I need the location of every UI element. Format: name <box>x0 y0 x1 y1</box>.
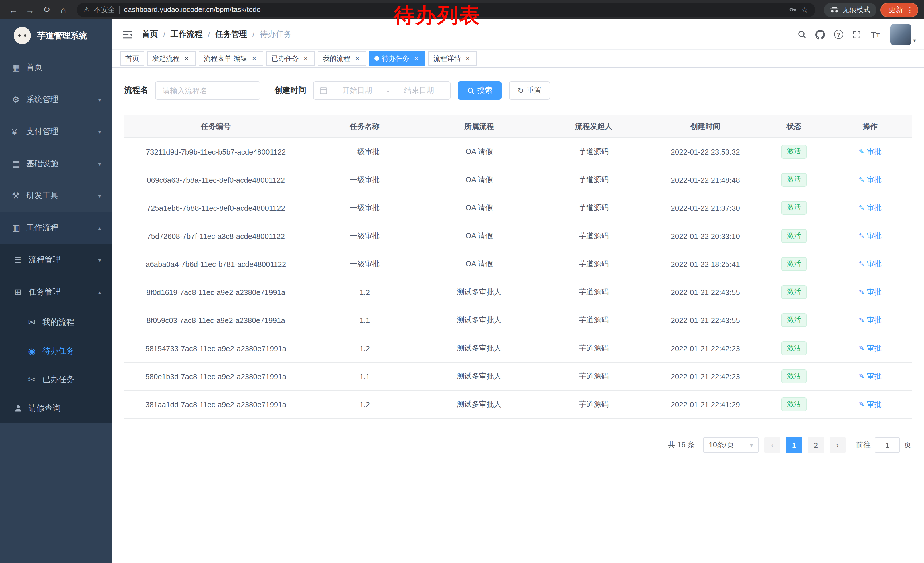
sidebar-item-label: 研发工具 <box>26 191 98 201</box>
sidebar-item-workflow[interactable]: ▥ 工作流程 ▴ <box>0 212 112 244</box>
approve-link[interactable]: ✎审批 <box>859 147 882 157</box>
approve-link[interactable]: ✎审批 <box>859 371 882 381</box>
sidebar-item-my-process[interactable]: ✉ 我的流程 <box>0 308 112 337</box>
reset-button[interactable]: ↻ 重置 <box>509 81 550 100</box>
page-size-select[interactable]: 10条/页 ▾ <box>703 437 759 453</box>
sidebar-item-leave-query[interactable]: 请假查询 <box>0 394 112 423</box>
browser-back-button[interactable]: ← <box>6 2 21 18</box>
tab-todo-tasks[interactable]: 待办任务 × <box>369 51 425 66</box>
search-icon <box>467 87 475 94</box>
approve-link[interactable]: ✎审批 <box>859 287 882 297</box>
breadcrumb-home[interactable]: 首页 <box>142 29 158 39</box>
logo-image <box>14 27 31 44</box>
reload-icon: ↻ <box>43 5 50 15</box>
github-icon[interactable] <box>812 26 828 42</box>
fullscreen-icon[interactable] <box>849 26 865 42</box>
sidebar-item-devtools[interactable]: ⚒ 研发工具 ▾ <box>0 180 112 212</box>
search-icon[interactable] <box>794 26 810 42</box>
sidebar-item-payment-mgmt[interactable]: ¥ 支付管理 ▾ <box>0 116 112 148</box>
close-icon[interactable]: × <box>183 54 190 62</box>
sidebar-logo-row[interactable]: 芋道管理系统 <box>0 20 112 51</box>
process-cell: OA 请假 <box>422 194 536 222</box>
browser-home-button[interactable]: ⌂ <box>56 2 71 18</box>
status-badge: 激活 <box>782 173 807 186</box>
sidebar-item-home[interactable]: ▦ 首页 <box>0 51 112 84</box>
tab-process-form-edit[interactable]: 流程表单-编辑 × <box>199 51 263 66</box>
sidebar-item-todo-tasks[interactable]: ◉ 待办任务 <box>0 337 112 365</box>
kebab-menu-icon[interactable]: ⋮ <box>906 6 914 14</box>
sidebar-item-system-mgmt[interactable]: ⚙ 系统管理 ▾ <box>0 84 112 116</box>
list-icon: ≣ <box>14 255 28 265</box>
process-name-input[interactable] <box>155 81 261 100</box>
font-size-icon[interactable]: TT <box>867 26 884 42</box>
close-icon[interactable]: × <box>250 54 258 62</box>
security-label[interactable]: 不安全 <box>94 5 116 15</box>
tab-done-tasks[interactable]: 已办任务 × <box>266 51 315 66</box>
table-header-row: 任务编号 任务名称 所属流程 流程发起人 创建时间 状态 操作 <box>124 115 912 138</box>
table-row: 8f059c03-7ac8-11ec-a9e2-a2380e71991a 1.1… <box>124 306 912 334</box>
approve-link[interactable]: ✎审批 <box>859 175 882 185</box>
date-range-picker[interactable]: 开始日期 - 结束日期 <box>313 81 450 100</box>
user-menu[interactable]: ▾ <box>890 24 916 45</box>
process-name-label: 流程名 <box>124 86 148 96</box>
reset-button-label: 重置 <box>527 86 542 96</box>
sidebar-item-label: 工作流程 <box>26 223 98 233</box>
breadcrumb-current: 待办任务 <box>260 29 292 39</box>
goto-page-input[interactable] <box>875 437 900 453</box>
page-button-1[interactable]: 1 <box>786 437 802 453</box>
key-icon[interactable] <box>789 6 797 14</box>
approve-link[interactable]: ✎审批 <box>859 343 882 353</box>
task-id-cell: 725a1eb6-7b88-11ec-8ef0-acde48001122 <box>124 194 308 222</box>
font-size-large: T <box>871 30 876 39</box>
prev-page-button[interactable]: ‹ <box>764 437 780 453</box>
search-button[interactable]: 搜索 <box>458 81 501 100</box>
col-actions: 操作 <box>828 115 912 138</box>
sidebar-item-process-mgmt[interactable]: ≣ 流程管理 ▾ <box>0 244 112 276</box>
bookmark-star-icon[interactable]: ☆ <box>801 5 808 14</box>
sidebar-item-infrastructure[interactable]: ▤ 基础设施 ▾ <box>0 148 112 180</box>
task-id-cell: 58154733-7ac8-11ec-a9e2-a2380e71991a <box>124 334 308 362</box>
status-badge: 激活 <box>782 201 807 215</box>
help-icon[interactable]: ? <box>831 26 847 42</box>
tab-start-process[interactable]: 发起流程 × <box>147 51 196 66</box>
browser-update-button[interactable]: 更新 ⋮ <box>880 3 918 17</box>
process-cell: 测试多审批人 <box>422 306 536 334</box>
breadcrumb-workflow[interactable]: 工作流程 <box>171 29 202 39</box>
sidebar-toggle-icon[interactable] <box>123 30 132 39</box>
next-page-button[interactable]: › <box>830 437 846 453</box>
sidebar-item-label: 已办任务 <box>42 375 101 385</box>
sidebar-item-done-tasks[interactable]: ✂ 已办任务 <box>0 365 112 394</box>
avatar[interactable] <box>890 24 911 45</box>
starter-cell: 芋道源码 <box>536 194 651 222</box>
task-id-cell: 8f059c03-7ac8-11ec-a9e2-a2380e71991a <box>124 306 308 334</box>
action-cell: ✎审批 <box>828 362 912 390</box>
close-icon[interactable]: × <box>353 54 361 62</box>
browser-forward-button[interactable]: → <box>22 2 38 18</box>
sidebar: 芋道管理系统 ▦ 首页 ⚙ 系统管理 ▾ ¥ 支付管理 ▾ ▤ 基础设施 ▾ <box>0 20 112 563</box>
breadcrumb-task-mgmt[interactable]: 任务管理 <box>215 29 248 39</box>
tab-label: 我的流程 <box>323 54 350 63</box>
tab-process-detail[interactable]: 流程详情 × <box>428 51 477 66</box>
process-cell: OA 请假 <box>422 222 536 250</box>
sidebar-item-task-mgmt[interactable]: ⊞ 任务管理 ▴ <box>0 276 112 308</box>
col-starter: 流程发起人 <box>536 115 651 138</box>
close-icon[interactable]: × <box>464 54 472 62</box>
approve-link[interactable]: ✎审批 <box>859 259 882 269</box>
approve-link[interactable]: ✎审批 <box>859 399 882 410</box>
page-button-2[interactable]: 2 <box>808 437 824 453</box>
task-name-cell: 1.2 <box>308 278 422 306</box>
approve-link[interactable]: ✎审批 <box>859 203 882 213</box>
approve-link[interactable]: ✎审批 <box>859 315 882 325</box>
tab-home[interactable]: 首页 <box>120 51 144 66</box>
sidebar-item-label: 流程管理 <box>28 255 98 265</box>
approve-link[interactable]: ✎审批 <box>859 231 882 241</box>
close-icon[interactable]: × <box>302 54 310 62</box>
end-date-placeholder[interactable]: 结束日期 <box>394 86 444 96</box>
start-date-placeholder[interactable]: 开始日期 <box>332 86 382 96</box>
tab-my-process[interactable]: 我的流程 × <box>318 51 366 66</box>
action-cell: ✎审批 <box>828 138 912 166</box>
close-icon[interactable]: × <box>412 54 420 62</box>
browser-reload-button[interactable]: ↻ <box>39 2 54 18</box>
task-id-cell: 580e1b3d-7ac8-11ec-a9e2-a2380e71991a <box>124 362 308 390</box>
refresh-icon: ↻ <box>518 86 524 95</box>
